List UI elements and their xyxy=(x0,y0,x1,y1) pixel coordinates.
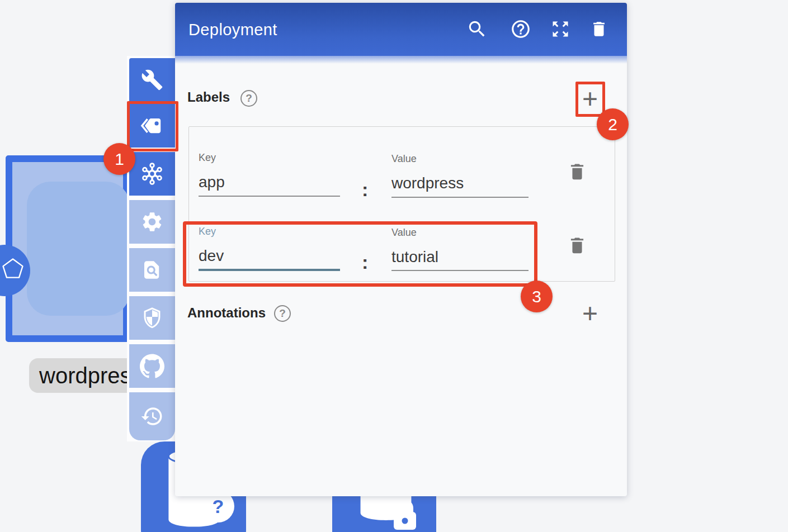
deployment-node-body xyxy=(27,182,130,316)
trash-icon xyxy=(589,20,608,39)
step-2-badge: 2 xyxy=(597,108,629,140)
document-search-icon xyxy=(140,258,164,282)
annotations-help-icon[interactable]: ? xyxy=(274,305,291,322)
labels-section-title: Labels xyxy=(187,89,230,105)
add-annotation-button[interactable]: + xyxy=(577,301,603,327)
panel-title: Deployment xyxy=(188,21,277,39)
key-label: Key xyxy=(199,152,216,164)
help-button[interactable] xyxy=(508,17,533,41)
toolbar-build-button[interactable] xyxy=(129,58,175,102)
highlight-box-label-row xyxy=(183,221,537,287)
step-1-badge: 1 xyxy=(103,143,135,175)
pod-pentagon-icon xyxy=(0,255,26,283)
labels-help-icon[interactable]: ? xyxy=(240,90,257,107)
search-icon xyxy=(466,18,488,40)
delete-label-row-button[interactable] xyxy=(567,235,588,256)
toolbar-cluster-button[interactable] xyxy=(129,152,175,196)
expand-button[interactable] xyxy=(548,17,573,41)
help-icon xyxy=(510,18,531,40)
annotations-section-title: Annotations xyxy=(187,305,266,321)
value-label: Value xyxy=(391,153,417,165)
toolbar-history-button[interactable] xyxy=(129,392,175,440)
search-button[interactable] xyxy=(465,17,489,41)
gear-icon xyxy=(140,210,164,234)
value-input[interactable]: wordpress xyxy=(391,174,464,192)
panel-header-shadow xyxy=(175,56,627,64)
highlight-box-labels-tool xyxy=(127,101,178,151)
app-canvas: wordpress ? xyxy=(0,0,788,532)
step-3-badge: 3 xyxy=(521,281,553,312)
toolbar-inspect-button[interactable] xyxy=(129,248,175,292)
toolbar-github-button[interactable] xyxy=(129,344,175,388)
github-icon xyxy=(140,354,164,378)
expand-icon xyxy=(550,19,570,39)
wrench-icon xyxy=(141,69,163,91)
toolbar-settings-button[interactable] xyxy=(129,200,175,244)
history-icon xyxy=(140,405,164,428)
delete-label-row-button[interactable] xyxy=(567,161,588,182)
lock-icon xyxy=(389,498,421,532)
hub-icon xyxy=(140,162,164,186)
value-input-underline xyxy=(391,197,529,198)
highlight-box-add-label xyxy=(575,82,605,117)
toolbar-security-button[interactable] xyxy=(129,296,175,340)
shield-icon xyxy=(140,306,164,330)
colon-separator: : xyxy=(362,180,368,199)
key-input[interactable]: app xyxy=(199,173,225,191)
delete-resource-button[interactable] xyxy=(587,17,611,41)
key-input-underline xyxy=(199,196,340,197)
